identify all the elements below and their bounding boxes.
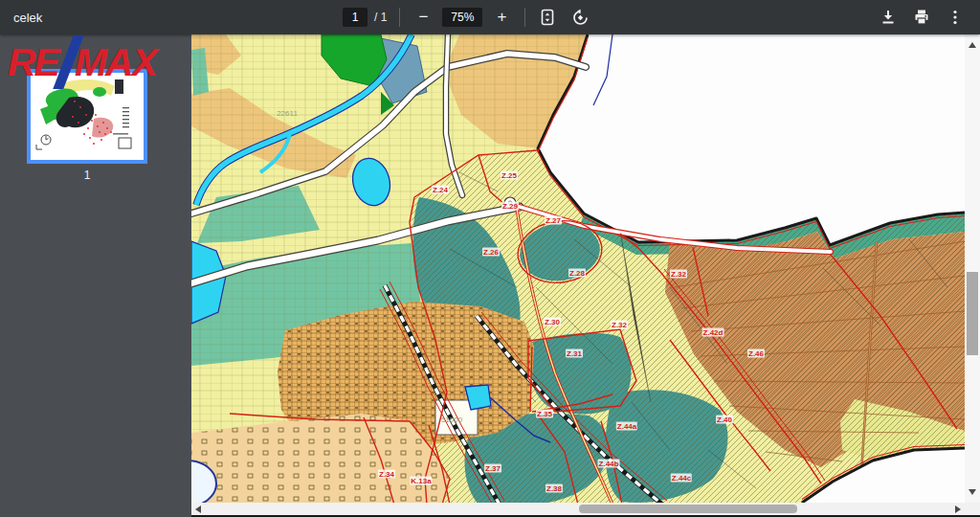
download-icon[interactable] bbox=[879, 8, 898, 27]
remax-watermark: REMAX bbox=[8, 38, 156, 86]
toolbar-divider bbox=[399, 8, 400, 27]
document-title: celek bbox=[13, 0, 42, 34]
rotate-counterclockwise-icon[interactable] bbox=[570, 8, 590, 27]
vertical-scrollbar[interactable] bbox=[965, 34, 980, 503]
page-total-label: / 1 bbox=[374, 11, 387, 24]
zoning-map-drawing bbox=[191, 34, 965, 503]
toolbar-right-controls bbox=[879, 0, 965, 34]
zoom-out-button[interactable]: − bbox=[412, 7, 434, 28]
remax-re: RE bbox=[8, 40, 58, 85]
vertical-scroll-thumb[interactable] bbox=[967, 272, 978, 355]
pdf-toolbar: celek 1 / 1 − 75% + bbox=[0, 0, 980, 34]
scroll-left-arrow-icon[interactable] bbox=[195, 506, 201, 513]
horizontal-scroll-thumb[interactable] bbox=[579, 505, 797, 513]
pdf-page-canvas[interactable] bbox=[191, 34, 965, 503]
scroll-up-arrow-icon[interactable] bbox=[969, 42, 976, 48]
print-icon[interactable] bbox=[912, 8, 931, 27]
scroll-down-arrow-icon[interactable] bbox=[969, 489, 976, 495]
more-options-icon[interactable] bbox=[946, 8, 965, 27]
thumbnail-sidebar: 1 bbox=[0, 34, 191, 517]
fit-page-icon[interactable] bbox=[538, 8, 557, 27]
roundabout bbox=[504, 197, 516, 209]
horizontal-scrollbar[interactable] bbox=[191, 503, 965, 515]
remax-max: MAX bbox=[75, 40, 156, 85]
zoom-level-display[interactable]: 75% bbox=[442, 8, 482, 27]
scroll-right-arrow-icon[interactable] bbox=[955, 506, 961, 513]
thumbnail-page-number: 1 bbox=[27, 169, 147, 182]
toolbar-center-controls: 1 / 1 − 75% + bbox=[343, 0, 590, 34]
zoom-in-button[interactable]: + bbox=[491, 7, 512, 28]
page-number-input[interactable]: 1 bbox=[343, 8, 368, 27]
toolbar-divider bbox=[524, 8, 525, 27]
